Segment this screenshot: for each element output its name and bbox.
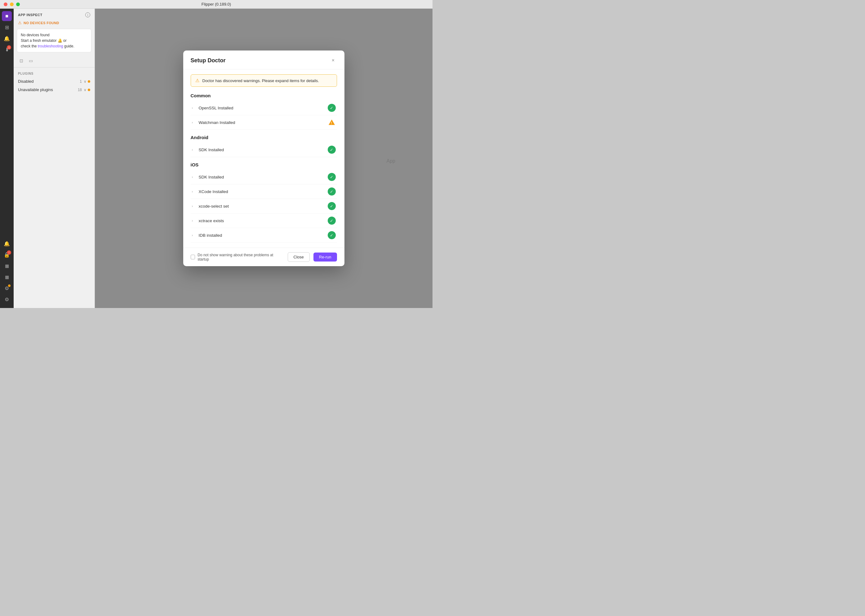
download-icon-button[interactable]: ⬇ 1 xyxy=(2,45,12,55)
modal-title: Setup Doctor xyxy=(191,57,226,64)
chevron-ios-sdk-icon: › xyxy=(192,175,195,179)
grid-icon: ⊞ xyxy=(5,25,9,30)
check-icon-3: ✓ xyxy=(330,175,333,179)
icon-bar-bottom: 🔔 🔒 ! ▦ ▦ ⚙ ⚙ xyxy=(2,239,12,308)
chevron-idb-icon: › xyxy=(192,233,195,237)
close-button-footer[interactable]: Close xyxy=(288,252,310,262)
plugins-header: PLUGINS xyxy=(14,70,95,77)
modal-body: ⚠ Doctor has discovered warnings. Please… xyxy=(183,69,345,248)
plugin-unavailable-count: 18 xyxy=(78,88,82,92)
svg-text:!: ! xyxy=(331,121,332,125)
no-devices-line3: check the troubleshooting guide. xyxy=(21,43,87,49)
titlebar: Flipper (0.189.0) xyxy=(0,0,433,9)
openssl-label: OpenSSL Installed xyxy=(199,106,328,110)
check-icon-6: ✓ xyxy=(330,218,333,223)
check-row-ios-sdk[interactable]: › SDK Installed ✓ xyxy=(191,170,337,184)
no-devices-line3-suffix: guide. xyxy=(63,44,74,48)
troubleshooting-link[interactable]: troubleshooting xyxy=(38,44,63,48)
android-sdk-status: ✓ xyxy=(328,146,336,154)
rerun-button[interactable]: Re-run xyxy=(314,253,337,261)
grid-icon-button[interactable]: ⊞ xyxy=(2,22,12,32)
watchman-label: Watchman Installed xyxy=(199,120,328,125)
modal-header: Setup Doctor × xyxy=(183,50,345,69)
openssl-status: ✓ xyxy=(328,104,336,112)
gear-icon: ⚙ xyxy=(5,297,9,302)
no-devices-label: NO DEVICES FOUND xyxy=(24,21,59,25)
info-icon: i xyxy=(87,13,88,17)
plugin-row-unavailable[interactable]: Unavailable plugins 18 ∨ xyxy=(14,85,95,94)
ios-sdk-label: SDK Installed xyxy=(199,175,328,179)
section-android-title: Android xyxy=(191,135,337,140)
plugin-row-disabled[interactable]: Disabled 1 ∨ xyxy=(14,77,95,85)
plugin-unavailable-dot xyxy=(88,89,90,91)
gear-icon-button[interactable]: ⚙ xyxy=(2,294,12,304)
check-icon: ✓ xyxy=(330,106,333,110)
section-common-title: Common xyxy=(191,93,337,98)
xcode-select-status: ✓ xyxy=(328,202,336,210)
idb-label: IDB installed xyxy=(199,233,328,238)
camera-icon: ⊡ xyxy=(19,58,23,63)
settings-icon-button[interactable]: ⚙ xyxy=(2,283,12,293)
screen-icon: ▭ xyxy=(29,58,33,63)
sidebar-divider xyxy=(14,67,95,68)
check-row-idb[interactable]: › IDB installed ✓ xyxy=(191,228,337,243)
camera-tool-icon[interactable]: ⊡ xyxy=(18,57,25,64)
xcode-status: ✓ xyxy=(328,187,336,195)
plugin-icon: ▦ xyxy=(5,263,9,268)
maximize-button[interactable] xyxy=(16,3,20,6)
warning-banner-text: Doctor has discovered warnings. Please e… xyxy=(202,79,319,83)
screen-tool-icon[interactable]: ▭ xyxy=(27,57,34,64)
chevron-down-icon-2: ∨ xyxy=(84,88,87,92)
plugin2-icon: ▦ xyxy=(5,275,9,280)
watchman-status: ! xyxy=(328,118,336,126)
bell-icon-button[interactable]: 🔔 xyxy=(2,33,12,43)
chevron-xcode-select-icon: › xyxy=(192,204,195,208)
check-row-watchman[interactable]: › Watchman Installed ! xyxy=(191,115,337,130)
check-row-android-sdk[interactable]: › SDK Installed ✓ xyxy=(191,143,337,157)
plugin2-icon-button[interactable]: ▦ xyxy=(2,272,12,282)
window-controls xyxy=(4,3,20,6)
chevron-watchman-icon: › xyxy=(192,121,195,124)
chevron-xctrace-icon: › xyxy=(192,219,195,223)
settings-dot-badge xyxy=(8,284,11,287)
check-row-openssl[interactable]: › OpenSSL Installed ✓ xyxy=(191,101,337,115)
check-icon-7: ✓ xyxy=(330,233,333,238)
check-icon-4: ✓ xyxy=(330,189,333,194)
check-row-xcode[interactable]: › XCode Installed ✓ xyxy=(191,184,337,199)
plugin-disabled-label: Disabled xyxy=(18,79,80,84)
no-devices-line1: No devices found xyxy=(21,32,87,38)
plugin-disabled-count: 1 xyxy=(80,79,82,84)
no-devices-line3-prefix: check the xyxy=(21,44,38,48)
xcode-select-label: xcode-select set xyxy=(199,204,328,209)
close-button[interactable] xyxy=(4,3,8,6)
plugin-icon-button[interactable]: ▦ xyxy=(2,261,12,271)
lock-badge: ! xyxy=(7,250,11,255)
chevron-android-sdk-icon: › xyxy=(192,148,195,151)
section-ios-title: iOS xyxy=(191,162,337,167)
ios-sdk-status: ✓ xyxy=(328,173,336,181)
icon-bar: ■ ⊞ 🔔 ⬇ 1 🔔 🔒 ! ▦ xyxy=(0,9,14,308)
bell-icon: 🔔 xyxy=(4,36,10,41)
sidebar-tools: ⊡ ▭ xyxy=(14,56,95,67)
no-devices-line2: Start a fresh emulator 🔔 or xyxy=(21,38,87,43)
setup-doctor-modal: Setup Doctor × ⚠ Doctor has discovered w… xyxy=(183,50,345,266)
warning-banner-icon: ⚠ xyxy=(195,78,199,83)
check-row-xcode-select[interactable]: › xcode-select set ✓ xyxy=(191,199,337,214)
bell-bottom-icon-button[interactable]: 🔔 xyxy=(2,239,12,248)
modal-overlay: Setup Doctor × ⚠ Doctor has discovered w… xyxy=(95,9,433,308)
sidebar-header: APP INSPECT i xyxy=(14,9,95,20)
xctrace-label: xctrace exists xyxy=(199,218,328,223)
lock-icon-button[interactable]: 🔒 ! xyxy=(2,250,12,260)
sidebar: APP INSPECT i ⚠ NO DEVICES FOUND No devi… xyxy=(14,9,95,308)
info-icon-button[interactable]: i xyxy=(85,13,90,17)
modal-close-button[interactable]: × xyxy=(329,57,337,64)
xcode-label: XCode Installed xyxy=(199,189,328,194)
check-row-xctrace[interactable]: › xctrace exists ✓ xyxy=(191,214,337,228)
warning-icon: ⚠ xyxy=(18,20,22,25)
startup-warning-label: Do not show warning about these problems… xyxy=(197,253,284,261)
minimize-button[interactable] xyxy=(10,3,14,6)
main-content: App Setup Doctor × ⚠ Doctor has discover… xyxy=(95,9,433,308)
window-title: Flipper (0.189.0) xyxy=(202,2,231,6)
startup-warning-checkbox[interactable] xyxy=(191,255,195,259)
app-icon-button[interactable]: ■ xyxy=(2,11,12,21)
